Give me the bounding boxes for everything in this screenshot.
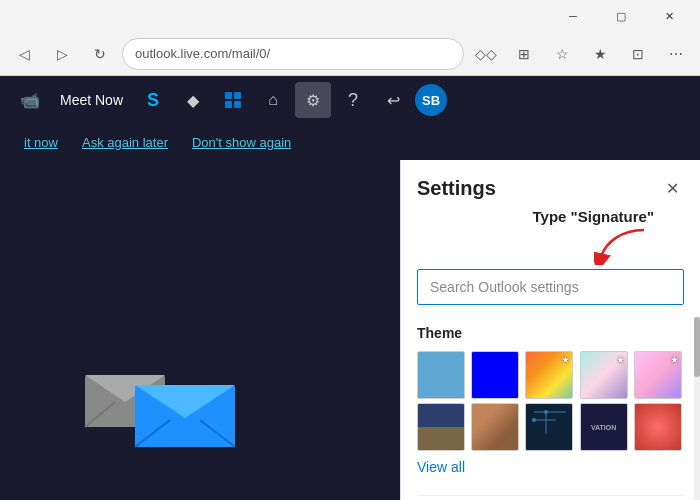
search-box-area — [401, 265, 700, 317]
meet-now-button[interactable]: Meet Now — [52, 92, 131, 108]
settings-scrollbar[interactable] — [694, 317, 700, 500]
refresh-icon[interactable]: ↻ — [84, 38, 116, 70]
theme-swatch-light-blue[interactable] — [417, 351, 465, 399]
close-button[interactable]: ✕ — [646, 0, 692, 32]
blue-envelope-icon — [130, 370, 240, 450]
settings-search-input[interactable] — [417, 269, 684, 305]
theme-grid: VATION — [417, 351, 684, 451]
back-icon[interactable]: ◁ — [8, 38, 40, 70]
favorites-icon[interactable]: ☆ — [546, 38, 578, 70]
outlook-apps-icon[interactable] — [215, 82, 251, 118]
mail-area — [0, 160, 400, 500]
home-icon[interactable]: ⌂ — [255, 82, 291, 118]
svg-rect-3 — [234, 101, 241, 108]
favorites2-icon[interactable]: ★ — [584, 38, 616, 70]
theme-swatch-pink[interactable] — [634, 351, 682, 399]
notification-bar: it now Ask again later Don't show again — [0, 124, 700, 160]
help-icon[interactable]: ? — [335, 82, 371, 118]
theme-swatch-abstract1[interactable] — [580, 351, 628, 399]
settings-header: Settings ✕ — [401, 160, 700, 208]
settings-title: Settings — [417, 177, 496, 200]
focused-inbox-row: Focused Inbox i — [417, 495, 684, 500]
settings-scroll-container: Theme — [401, 317, 700, 500]
svg-point-16 — [532, 418, 536, 422]
view-all-link[interactable]: View all — [417, 459, 684, 475]
maximize-button[interactable]: ▢ — [598, 0, 644, 32]
notif-link-1[interactable]: it now — [12, 135, 70, 150]
svg-rect-0 — [225, 92, 232, 99]
address-bar[interactable]: outlook.live.com/mail/0/ — [122, 38, 464, 70]
avatar[interactable]: SB — [415, 84, 447, 116]
svg-rect-1 — [234, 92, 241, 99]
more-icon[interactable]: ⋯ — [660, 38, 692, 70]
tabs-icon[interactable]: ⊞ — [508, 38, 540, 70]
theme-label: Theme — [417, 325, 684, 341]
theme-swatch-red[interactable] — [634, 403, 682, 451]
theme-swatch-vation[interactable]: VATION — [580, 403, 628, 451]
theme-section: Theme — [417, 317, 684, 495]
apps-icon[interactable]: ⊡ — [622, 38, 654, 70]
notif-link-2[interactable]: Ask again later — [70, 135, 180, 150]
settings-scrollbar-thumb[interactable] — [694, 317, 700, 377]
collections-icon[interactable]: ◇◇ — [470, 38, 502, 70]
minimize-button[interactable]: ─ — [550, 0, 596, 32]
settings-close-button[interactable]: ✕ — [660, 176, 684, 200]
settings-panel: Settings ✕ Type "Signature" — [400, 160, 700, 500]
outlook-navbar: 📹 Meet Now S ◆ ⌂ ⚙ ? ↩ SB — [0, 76, 700, 124]
theme-swatch-circuit[interactable] — [525, 403, 573, 451]
theme-swatch-trees[interactable] — [471, 403, 519, 451]
skype-icon[interactable]: S — [135, 82, 171, 118]
svg-point-15 — [544, 410, 548, 414]
theme-swatch-blue[interactable] — [471, 351, 519, 399]
tooltip-arrow-icon — [594, 225, 654, 265]
svg-rect-2 — [225, 101, 232, 108]
forward-icon[interactable]: ▷ — [46, 38, 78, 70]
main-content: Settings ✕ Type "Signature" — [0, 160, 700, 500]
reply-icon[interactable]: ↩ — [375, 82, 411, 118]
tooltip-text: Type "Signature" — [533, 208, 654, 225]
theme-swatch-sunset[interactable] — [525, 351, 573, 399]
browser-titlebar: ─ ▢ ✕ — [0, 0, 700, 32]
video-icon[interactable]: 📹 — [12, 82, 48, 118]
notif-link-3[interactable]: Don't show again — [180, 135, 303, 150]
settings-icon[interactable]: ⚙ — [295, 82, 331, 118]
diamond-icon[interactable]: ◆ — [175, 82, 211, 118]
theme-swatch-mountains[interactable] — [417, 403, 465, 451]
browser-toolbar: ◁ ▷ ↻ outlook.live.com/mail/0/ ◇◇ ⊞ ☆ ★ … — [0, 32, 700, 76]
